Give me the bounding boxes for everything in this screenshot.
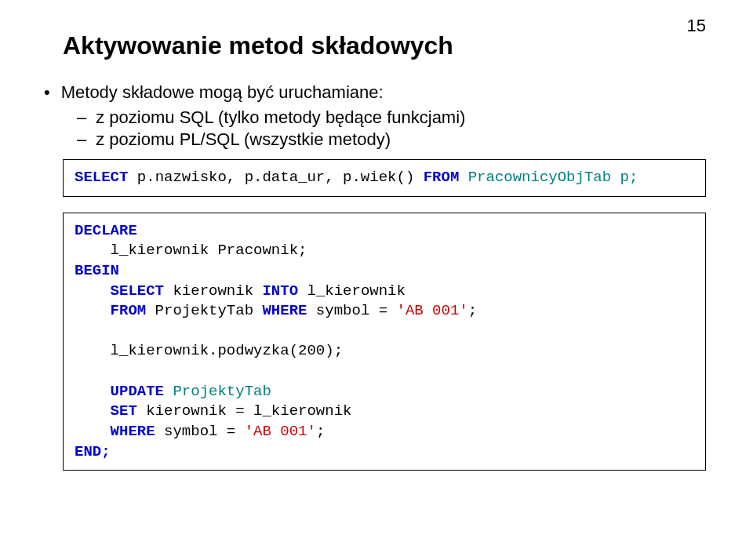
kw-from: FROM <box>424 169 460 186</box>
kw-select: SELECT <box>75 282 164 300</box>
code-box-plsql: DECLARE l_kierownik Pracownik; BEGIN SEL… <box>63 213 706 471</box>
kw-where: WHERE <box>262 302 307 319</box>
dash-icon: – <box>77 107 86 128</box>
code-box-sql: SELECT p.nazwisko, p.data_ur, p.wiek() F… <box>63 159 706 197</box>
code-text: p.nazwisko, p.data_ur, p.wiek() <box>128 169 423 186</box>
kw-update: UPDATE <box>75 383 164 400</box>
bullet-block: • Metody składowe mogą być uruchamiane: … <box>63 82 706 150</box>
sub-item-text: z poziomu SQL (tylko metody będące funkc… <box>96 107 465 128</box>
code-string: 'AB 001' <box>245 423 316 440</box>
bullet-main-text: Metody składowe mogą być uruchamiane: <box>61 82 384 103</box>
bullet-dot-icon: • <box>44 82 50 103</box>
kw-from: FROM <box>75 302 146 319</box>
kw-set: SET <box>75 402 137 420</box>
kw-end: END; <box>75 443 111 460</box>
page-title: Aktywowanie metod składowych <box>63 31 453 60</box>
kw-begin: BEGIN <box>75 262 119 279</box>
kw-where: WHERE <box>75 423 155 440</box>
sub-list: – z poziomu SQL (tylko metody będące fun… <box>77 107 706 150</box>
code-string: 'AB 001' <box>397 302 468 319</box>
code-text: ; <box>468 302 477 319</box>
code-text: symbol = <box>155 423 245 440</box>
bullet-main: • Metody składowe mogą być uruchamiane: <box>63 82 706 103</box>
code-ident: ProjektyTab <box>164 383 271 400</box>
sub-item: – z poziomu PL/SQL (wszystkie metody) <box>77 129 706 150</box>
sub-item: – z poziomu SQL (tylko metody będące fun… <box>77 107 706 128</box>
code-text: l_kierownik <box>298 282 406 300</box>
code-text: l_kierownik Pracownik; <box>75 242 307 259</box>
sub-item-text: z poziomu PL/SQL (wszystkie metody) <box>96 129 391 150</box>
dash-icon: – <box>77 129 86 150</box>
code-text: kierownik <box>164 282 262 300</box>
kw-select: SELECT <box>75 169 128 186</box>
code-text: symbol = <box>307 302 396 319</box>
header-row: Aktywowanie metod składowych 15 <box>63 31 706 82</box>
code-text: l_kierownik.podwyzka(200); <box>75 342 343 359</box>
code-text: ; <box>316 423 325 440</box>
code-text: kierownik = l_kierownik <box>137 402 352 420</box>
code-text: ProjektyTab <box>146 302 262 319</box>
kw-declare: DECLARE <box>75 222 137 239</box>
kw-into: INTO <box>262 282 298 300</box>
code-ident: PracownicyObjTab p; <box>459 169 638 186</box>
page-number: 15 <box>687 16 706 36</box>
